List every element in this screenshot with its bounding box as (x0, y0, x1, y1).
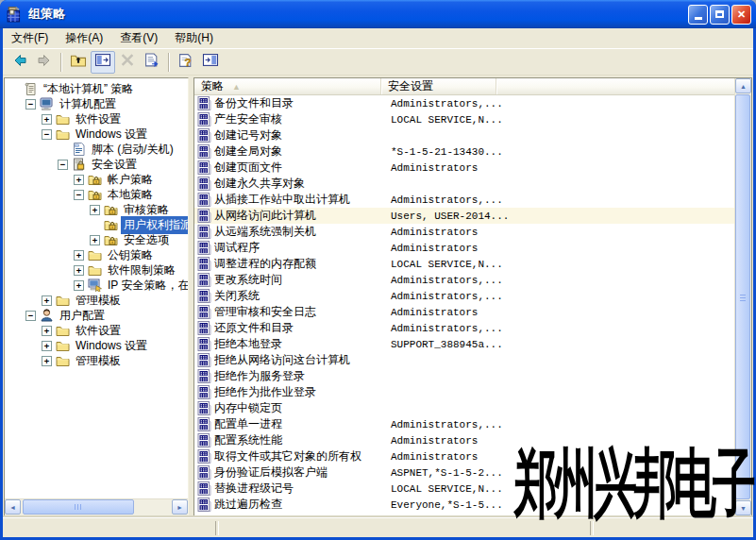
scroll-track[interactable] (21, 499, 172, 515)
list-row[interactable]: 拒绝本地登录SUPPORT_388945a... (194, 336, 734, 352)
list-row[interactable]: 还原文件和目录Administrators,... (194, 320, 734, 336)
minimize-button[interactable] (688, 5, 708, 25)
expander-plus-icon[interactable]: + (90, 235, 100, 245)
expander-minus-icon[interactable]: − (58, 160, 68, 170)
policy-name: 跳过遍历检查 (214, 497, 384, 513)
scroll-track[interactable] (735, 93, 751, 500)
column-header-policy-label: 策略 (201, 78, 224, 94)
scroll-right-button[interactable]: ► (172, 499, 188, 515)
policy-item-icon (197, 449, 211, 464)
back-button[interactable] (8, 51, 32, 74)
expander-plus-icon[interactable]: + (42, 356, 52, 366)
security-setting: Administrators,... (384, 275, 734, 286)
policy-item-icon (197, 369, 211, 383)
tree-horizontal-scrollbar[interactable]: ◄ ► (5, 498, 188, 515)
list-row[interactable]: 创建永久共享对象 (194, 176, 734, 192)
policy-item-icon (197, 465, 211, 480)
scroll-thumb[interactable] (735, 94, 750, 499)
expander-minus-icon[interactable]: − (25, 99, 36, 110)
expander-plus-icon[interactable]: + (74, 175, 84, 185)
list-row[interactable]: 拒绝从网络访问这台计算机 (194, 352, 734, 368)
list-row[interactable]: 更改系统时间Administrators,... (194, 272, 734, 288)
show-console-tree-button[interactable] (91, 51, 115, 74)
expander-minus-icon[interactable]: − (25, 311, 36, 321)
security-setting: Administrators (384, 243, 734, 254)
policy-name: 调试程序 (214, 240, 384, 256)
menu-action[interactable]: 操作(A) (57, 28, 111, 48)
list-row[interactable]: 产生安全审核LOCAL SERVICE,N... (194, 111, 734, 127)
maximize-button[interactable] (710, 5, 730, 25)
maximize-icon (715, 10, 724, 18)
policy-item-icon (197, 144, 211, 159)
policy-item-icon (197, 289, 211, 303)
tree-item[interactable]: −安全设置 (5, 157, 188, 172)
policy-name: 备份文件和目录 (214, 95, 384, 111)
list-row[interactable]: 创建页面文件Administrators (194, 160, 734, 176)
security-setting: Administrators (384, 307, 734, 318)
policy-item-icon (197, 193, 211, 207)
up-folder-button[interactable] (66, 51, 91, 74)
expander-plus-icon[interactable]: + (74, 265, 84, 276)
tree-item[interactable]: +安全选项 (5, 232, 188, 247)
expander-plus-icon[interactable]: + (74, 280, 84, 291)
policy-name: 拒绝本地登录 (214, 336, 384, 352)
list-row[interactable]: 管理审核和安全日志Administrators (194, 304, 734, 320)
policy-item-icon (197, 177, 211, 191)
help-button[interactable]: ? (174, 51, 198, 74)
expander-plus-icon[interactable]: + (42, 295, 52, 306)
scroll-thumb[interactable] (23, 499, 134, 515)
list-row[interactable]: 备份文件和目录Administrators,... (194, 95, 734, 111)
list-row[interactable]: 拒绝作为服务登录 (194, 368, 734, 384)
watermark-text: 郑州兴邦电子 (514, 446, 752, 520)
list-row[interactable]: 内存中锁定页 (194, 400, 734, 416)
list-row[interactable]: 调整进程的内存配额LOCAL SERVICE,N... (194, 256, 734, 272)
expander-plus-icon[interactable]: + (90, 205, 100, 215)
scroll-up-button[interactable]: ▲ (735, 78, 751, 93)
policy-item-icon (197, 225, 211, 239)
expander-plus-icon[interactable]: + (42, 326, 52, 336)
forward-icon (36, 53, 53, 72)
column-header-security-setting[interactable]: 安全设置 (381, 78, 496, 94)
policy-item-icon (197, 96, 211, 110)
ip-security-icon (88, 278, 105, 292)
list-row[interactable]: 从插接工作站中取出计算机Administrators,... (194, 192, 734, 208)
list-row[interactable]: 调试程序Administrators (194, 240, 734, 256)
policy-item-icon (197, 305, 211, 319)
column-header-security-setting-label: 安全设置 (388, 78, 433, 94)
menu-view[interactable]: 查看(V) (111, 28, 166, 48)
list-row[interactable]: 从远端系统强制关机Administrators (194, 224, 734, 240)
up-folder-icon (70, 53, 87, 71)
close-button[interactable]: ✕ (731, 5, 751, 25)
expander-plus-icon[interactable]: + (42, 341, 52, 351)
list-row[interactable]: 从网络访问此计算机Users, USER-2014... (194, 208, 734, 224)
tree-item[interactable]: +帐户策略 (5, 172, 188, 187)
policy-name: 从远端系统强制关机 (214, 224, 384, 240)
policy-name: 拒绝作为服务登录 (214, 368, 384, 384)
security-setting: Administrators,... (384, 419, 734, 430)
security-setting: Administrators,... (384, 323, 734, 334)
policy-item-icon (197, 160, 211, 175)
expander-minus-icon[interactable]: − (42, 129, 52, 140)
expander-minus-icon[interactable]: − (74, 190, 84, 200)
export-list-button[interactable] (140, 51, 164, 74)
policy-item-icon (197, 433, 211, 447)
menu-help[interactable]: 帮助(H) (166, 28, 222, 48)
list-row[interactable]: 拒绝作为批作业登录 (194, 384, 734, 400)
expander-plus-icon[interactable]: + (42, 114, 52, 125)
security-setting: LOCAL SERVICE,N... (384, 114, 734, 126)
policy-item-icon (197, 257, 211, 271)
show-properties-button[interactable] (198, 51, 223, 74)
folder-lock-icon (88, 188, 105, 201)
expander-plus-icon[interactable]: + (74, 250, 84, 261)
list-row[interactable]: 创建记号对象 (194, 127, 734, 143)
menu-file[interactable]: 文件(F) (3, 28, 57, 48)
list-row[interactable]: 关闭系统Administrators,... (194, 288, 734, 304)
policy-name: 配置系统性能 (214, 432, 384, 448)
column-header-policy[interactable]: 策略 ▲ (194, 78, 381, 94)
list-row[interactable]: 配置单一进程Administrators,... (194, 416, 734, 432)
tree-item[interactable]: +管理模板 (5, 353, 188, 368)
policy-name: 从网络访问此计算机 (214, 208, 384, 224)
scroll-left-button[interactable]: ◄ (5, 499, 21, 515)
list-row[interactable]: 创建全局对象*S-1-5-21-13430... (194, 143, 734, 160)
policy-item-icon (197, 273, 211, 287)
